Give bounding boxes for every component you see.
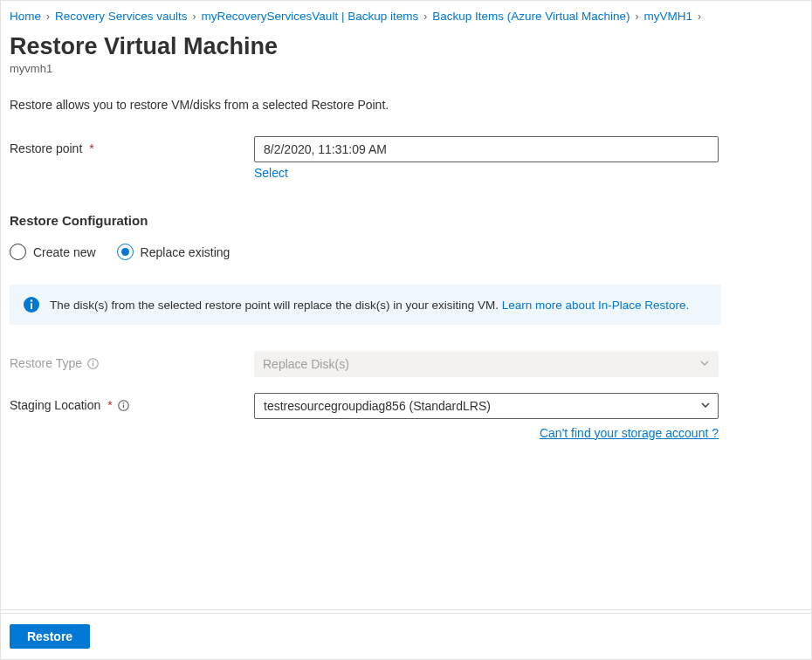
info-tooltip-icon[interactable] bbox=[87, 358, 99, 369]
restore-configuration-heading: Restore Configuration bbox=[10, 213, 802, 228]
breadcrumb: Home › Recovery Services vaults › myReco… bbox=[1, 1, 811, 28]
radio-circle-icon bbox=[10, 244, 26, 260]
required-indicator: * bbox=[89, 141, 93, 155]
radio-create-new-label: Create new bbox=[33, 245, 96, 259]
chevron-right-icon: › bbox=[193, 10, 196, 23]
radio-create-new[interactable]: Create new bbox=[10, 244, 96, 260]
svg-point-8 bbox=[122, 402, 124, 403]
restore-type-label: Restore Type bbox=[10, 351, 254, 370]
breadcrumb-home[interactable]: Home bbox=[10, 10, 41, 23]
footer: Restore bbox=[1, 613, 811, 659]
page-title: Restore Virtual Machine bbox=[10, 33, 802, 60]
svg-rect-7 bbox=[123, 404, 124, 408]
breadcrumb-backup-items-azure-vm[interactable]: Backup Items (Azure Virtual Machine) bbox=[432, 10, 630, 23]
radio-replace-existing-label: Replace existing bbox=[141, 245, 231, 259]
restore-type-select: Replace Disk(s) bbox=[254, 351, 719, 377]
staging-location-label: Staging Location* bbox=[10, 393, 254, 412]
chevron-right-icon: › bbox=[698, 10, 701, 23]
restore-config-radio-group: Create new Replace existing bbox=[10, 244, 802, 260]
svg-point-5 bbox=[93, 360, 94, 361]
restore-button[interactable]: Restore bbox=[10, 624, 90, 649]
staging-location-select[interactable]: testresourcegroupdiag856 (StandardLRS) bbox=[254, 393, 719, 419]
chevron-down-icon bbox=[699, 357, 710, 371]
info-text: The disk(s) from the selected restore po… bbox=[50, 299, 689, 312]
info-icon bbox=[24, 297, 39, 313]
restore-point-input[interactable] bbox=[254, 136, 719, 162]
info-box: The disk(s) from the selected restore po… bbox=[10, 285, 721, 325]
chevron-down-icon bbox=[700, 399, 711, 413]
learn-more-link[interactable]: Learn more about In-Place Restore. bbox=[502, 299, 690, 312]
page-subtitle: myvmh1 bbox=[10, 62, 802, 75]
breadcrumb-vaults[interactable]: Recovery Services vaults bbox=[55, 10, 188, 23]
restore-type-row: Restore Type Replace Disk(s) bbox=[10, 351, 802, 377]
svg-point-2 bbox=[31, 299, 32, 301]
select-restore-point-link[interactable]: Select bbox=[254, 166, 288, 180]
breadcrumb-myvmh1[interactable]: myVMH1 bbox=[644, 10, 693, 23]
page-description: Restore allows you to restore VM/disks f… bbox=[10, 98, 802, 112]
cant-find-storage-link[interactable]: Can't find your storage account ? bbox=[540, 426, 719, 440]
chevron-right-icon: › bbox=[46, 10, 50, 23]
info-tooltip-icon[interactable] bbox=[118, 400, 129, 411]
chevron-right-icon: › bbox=[636, 10, 639, 23]
restore-point-label: Restore point* bbox=[10, 136, 254, 155]
svg-rect-4 bbox=[93, 362, 93, 366]
required-indicator: * bbox=[107, 398, 112, 412]
breadcrumb-backup-items[interactable]: myRecoveryServicesVault | Backup items bbox=[202, 10, 419, 23]
radio-replace-existing[interactable]: Replace existing bbox=[117, 244, 231, 260]
staging-location-row: Staging Location* testresourcegroupdiag8… bbox=[10, 393, 802, 440]
restore-point-row: Restore point* Select bbox=[10, 136, 802, 180]
radio-circle-icon bbox=[117, 244, 134, 260]
chevron-right-icon: › bbox=[423, 10, 427, 23]
svg-rect-1 bbox=[31, 303, 32, 309]
